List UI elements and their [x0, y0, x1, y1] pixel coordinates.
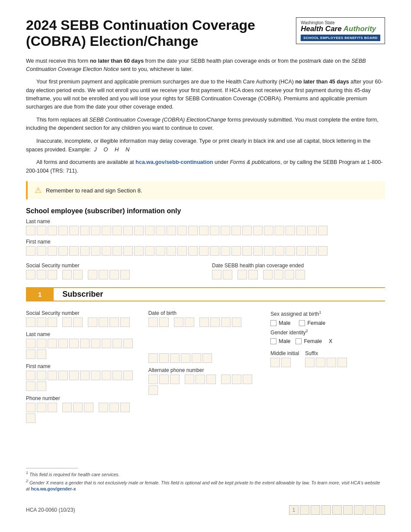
input-box[interactable]	[223, 270, 232, 279]
input-box[interactable]	[120, 270, 130, 279]
input-box[interactable]	[274, 270, 283, 279]
input-box[interactable]	[264, 226, 273, 235]
input-box[interactable]	[26, 246, 35, 256]
input-box[interactable]	[73, 317, 83, 327]
input-box[interactable]	[48, 317, 57, 327]
input-box[interactable]	[170, 375, 180, 384]
input-box[interactable]	[69, 371, 79, 380]
input-box[interactable]	[210, 226, 219, 235]
input-box[interactable]	[102, 226, 111, 235]
input-box[interactable]	[102, 339, 111, 348]
input-box[interactable]	[232, 375, 241, 384]
input-box[interactable]	[337, 358, 347, 367]
input-box[interactable]	[102, 371, 111, 380]
input-box[interactable]	[156, 226, 165, 235]
first-name-boxes-mid[interactable]	[148, 353, 212, 363]
input-box[interactable]	[174, 317, 183, 327]
input-box[interactable]	[270, 358, 280, 367]
input-box[interactable]	[91, 371, 100, 380]
sub-first-name-input[interactable]	[26, 371, 141, 391]
sex-female-checkbox[interactable]	[299, 320, 305, 326]
input-box[interactable]	[196, 375, 205, 384]
input-box[interactable]	[210, 317, 220, 327]
input-box[interactable]	[48, 246, 57, 256]
input-box[interactable]	[48, 226, 57, 235]
input-box[interactable]	[26, 339, 35, 348]
input-box[interactable]	[91, 246, 100, 256]
input-box[interactable]	[69, 246, 79, 256]
input-box[interactable]	[37, 246, 46, 256]
input-box[interactable]	[286, 226, 295, 235]
input-box[interactable]	[99, 317, 108, 327]
input-box[interactable]	[286, 246, 295, 256]
input-box[interactable]	[221, 226, 230, 235]
sub-phone-input[interactable]	[26, 403, 141, 423]
input-box[interactable]	[109, 403, 119, 412]
input-box[interactable]	[99, 403, 108, 412]
input-box[interactable]	[231, 246, 241, 256]
sex-female-option[interactable]: Female	[299, 320, 325, 326]
input-box[interactable]	[148, 385, 158, 395]
input-box[interactable]	[148, 375, 158, 384]
input-box[interactable]	[26, 371, 35, 380]
input-box[interactable]	[156, 246, 165, 256]
input-box[interactable]	[26, 403, 35, 412]
input-box[interactable]	[181, 353, 190, 363]
input-box[interactable]	[73, 270, 83, 279]
input-box[interactable]	[275, 246, 284, 256]
input-box[interactable]	[242, 226, 252, 235]
input-box[interactable]	[221, 317, 231, 327]
gender-female-option[interactable]: Female	[295, 338, 322, 344]
hca-link[interactable]: hca.wa.gov/sebb-continuation	[135, 159, 213, 165]
input-box[interactable]	[37, 381, 46, 391]
input-box[interactable]	[159, 375, 169, 384]
sub-last-name-input[interactable]	[26, 339, 141, 359]
sex-male-checkbox[interactable]	[270, 320, 276, 326]
input-box[interactable]	[69, 226, 79, 235]
input-box[interactable]	[212, 270, 222, 279]
input-box[interactable]	[318, 226, 328, 235]
input-box[interactable]	[80, 371, 90, 380]
input-box[interactable]	[199, 226, 209, 235]
input-box[interactable]	[134, 226, 144, 235]
last-name-input-top[interactable]	[26, 226, 385, 235]
input-box[interactable]	[243, 375, 252, 384]
middle-initial-input[interactable]	[270, 358, 299, 367]
input-box[interactable]	[296, 226, 306, 235]
input-box[interactable]	[148, 317, 158, 327]
input-box[interactable]	[159, 317, 169, 327]
input-box[interactable]	[167, 226, 176, 235]
input-box[interactable]	[58, 226, 68, 235]
input-box[interactable]	[37, 403, 46, 412]
input-box[interactable]	[264, 246, 273, 256]
input-box[interactable]	[48, 339, 57, 348]
input-box[interactable]	[80, 339, 90, 348]
suffix-input[interactable]	[305, 358, 347, 367]
input-box[interactable]	[37, 317, 46, 327]
input-box[interactable]	[102, 246, 111, 256]
input-box[interactable]	[221, 246, 230, 256]
input-box[interactable]	[88, 270, 97, 279]
input-box[interactable]	[37, 339, 46, 348]
sub-alt-phone-input[interactable]	[148, 375, 263, 395]
input-box[interactable]	[37, 371, 46, 380]
input-box[interactable]	[185, 317, 194, 327]
input-box[interactable]	[109, 317, 119, 327]
input-box[interactable]	[123, 371, 133, 380]
input-box[interactable]	[73, 403, 83, 412]
input-box[interactable]	[48, 270, 57, 279]
input-box[interactable]	[188, 246, 198, 256]
input-box[interactable]	[170, 353, 180, 363]
sex-male-option[interactable]: Male	[270, 320, 290, 326]
input-box[interactable]	[238, 270, 247, 279]
input-box[interactable]	[112, 226, 122, 235]
input-box[interactable]	[112, 246, 122, 256]
input-box[interactable]	[37, 226, 46, 235]
input-box[interactable]	[177, 246, 187, 256]
input-box[interactable]	[99, 270, 108, 279]
input-box[interactable]	[26, 413, 35, 423]
input-box[interactable]	[62, 317, 72, 327]
input-box[interactable]	[206, 375, 216, 384]
input-box[interactable]	[159, 353, 169, 363]
input-box[interactable]	[48, 371, 57, 380]
